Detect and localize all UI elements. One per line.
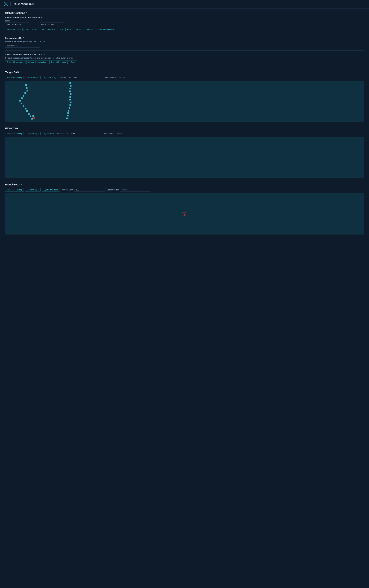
search-render-group: Search Render Clear and Resume ... xyxy=(74,28,121,31)
branch-dag-title: Branch DAG ^ xyxy=(5,183,364,186)
tangle-node xyxy=(70,102,72,103)
utxo-dag-title: UTXO DAG ^ xyxy=(5,127,364,130)
utxo-dag-section: UTXO DAG ^ Pause Rendering Center Graph … xyxy=(5,127,364,178)
global-functions-section: Global Functions ^ Search Vertex Within … xyxy=(5,12,364,64)
utxo-vertices-label: Vertices Limit xyxy=(57,133,68,135)
tangle-node xyxy=(67,115,69,116)
utxo-search-vertex-input[interactable] xyxy=(116,132,147,135)
utxo-dag-caret[interactable]: ^ xyxy=(19,127,20,129)
to-plus30-button[interactable]: +30s xyxy=(65,28,72,31)
branch-vertices-label: Vertices Limit xyxy=(62,189,73,191)
search-render-btn-row: Search Render Clear and Resume ... xyxy=(74,28,121,31)
tangle-node xyxy=(20,103,22,104)
tangle-vertices-input[interactable] xyxy=(72,76,103,79)
utxo-pause-rendering-button[interactable]: Pause Rendering xyxy=(5,132,24,135)
branch-dag-controls: Pause Rendering Center Graph Sync with b… xyxy=(5,188,364,191)
tangle-node xyxy=(25,108,27,110)
tangle-sync-msg-button[interactable]: Sync with msg xyxy=(42,76,58,79)
tangle-dag-caret[interactable]: ^ xyxy=(20,71,21,73)
to-btn-row: Set current time -30s +30s xyxy=(40,28,72,31)
branch-search-vertex-label: Search Vertex xyxy=(107,189,119,191)
tangle-vertices-label: Vertices Limit xyxy=(59,76,71,78)
tangle-node xyxy=(67,112,69,114)
utxo-sync-tx-button[interactable]: Sync with tx xyxy=(42,132,56,135)
from-label: From: xyxy=(5,20,38,22)
tangle-node xyxy=(69,99,71,101)
tangle-node xyxy=(27,90,28,92)
tangle-search-vertex-label: Search Vertex xyxy=(105,76,117,78)
tangle-node xyxy=(70,93,72,95)
utxo-center-graph-button[interactable]: Center Graph xyxy=(25,132,41,135)
tangle-node xyxy=(32,115,34,117)
explorer-url-desc: Default is the local explorer: http://lo… xyxy=(5,40,364,42)
clear-resume-button[interactable]: Clear and Resume xyxy=(96,28,116,31)
utxo-dag-canvas[interactable] xyxy=(5,137,364,178)
global-functions-title: Global Functions ^ xyxy=(5,12,364,14)
utxo-vertices-input[interactable] xyxy=(70,132,101,135)
page-title: DAGs Visualizer xyxy=(13,3,34,6)
tangle-node xyxy=(66,117,68,119)
app-logo xyxy=(3,2,8,7)
tangle-node xyxy=(70,88,71,89)
sync-branch-button[interactable]: Sync with branch xyxy=(49,60,68,64)
tangle-pause-rendering-button[interactable]: Pause Rendering xyxy=(5,76,24,79)
tangle-node xyxy=(69,90,71,92)
branch-search-vertex-input[interactable] xyxy=(120,188,151,191)
branch-dag-canvas[interactable]: master xyxy=(5,193,364,234)
search-button[interactable]: Search xyxy=(74,28,84,31)
tangle-node xyxy=(28,113,30,115)
explorer-url-section: Set explorer URL ^ Default is the local … xyxy=(5,37,364,48)
from-btn-row: Set current time -30s +30s xyxy=(5,28,38,31)
tangle-node xyxy=(31,118,33,120)
tangle-dag-title: Tangle DAG ^ xyxy=(5,71,364,74)
explorer-url-input[interactable] xyxy=(5,44,40,48)
svg-line-8 xyxy=(7,3,8,3)
clear-button[interactable]: Clear xyxy=(69,60,77,64)
tangle-node xyxy=(23,95,24,97)
tangle-node-red xyxy=(33,117,35,119)
from-input[interactable] xyxy=(5,22,30,26)
time-interval-group: From: Set current time -30s +30s To: Set… xyxy=(5,20,364,31)
tangle-node xyxy=(26,110,28,112)
select-center-caret[interactable]: ^ xyxy=(44,54,45,56)
branch-master-node xyxy=(184,214,185,216)
from-set-current-time-button[interactable]: Set current time xyxy=(5,28,22,31)
branch-dag-caret[interactable]: ^ xyxy=(20,184,22,186)
select-center-desc: Select a message/transaction/branch and … xyxy=(5,57,364,59)
from-minus30-button[interactable]: -30s xyxy=(23,28,30,31)
tangle-node xyxy=(26,87,28,89)
tangle-node xyxy=(68,110,70,112)
explorer-url-caret[interactable]: ^ xyxy=(23,37,24,39)
global-functions-caret[interactable]: ^ xyxy=(26,12,27,14)
branch-sync-branch-button[interactable]: Sync with branch xyxy=(42,188,60,191)
select-center-btn-row: Sync with message Sync with transaction … xyxy=(5,60,364,64)
to-label: To: xyxy=(40,20,72,22)
utxo-search-vertex-label: Search Vertex xyxy=(102,133,114,135)
from-group: From: Set current time -30s +30s xyxy=(5,20,38,31)
from-plus30-button[interactable]: +30s xyxy=(31,28,38,31)
master-node-group: master xyxy=(182,212,187,216)
tangle-dag-canvas[interactable] xyxy=(5,81,364,122)
branch-center-graph-button[interactable]: Center Graph xyxy=(25,188,41,191)
sync-message-button[interactable]: Sync with message xyxy=(5,60,25,64)
branch-pause-rendering-button[interactable]: Pause Rendering xyxy=(5,188,24,191)
tangle-search-vertex-input[interactable] xyxy=(118,76,149,79)
render-button[interactable]: Render xyxy=(85,28,95,31)
svg-line-7 xyxy=(7,5,8,6)
svg-point-1 xyxy=(5,3,7,5)
tangle-center-graph-button[interactable]: Center Graph xyxy=(25,76,41,79)
sync-transaction-button[interactable]: Sync with transaction xyxy=(27,60,48,64)
to-input[interactable] xyxy=(40,22,64,26)
tangle-node xyxy=(70,96,71,98)
to-minus30-button[interactable]: -30s xyxy=(58,28,64,31)
svg-line-9 xyxy=(4,5,5,6)
search-vertex-time-title: Search Vertex Within Time Intervals ^ xyxy=(5,16,364,19)
utxo-dag-controls: Pause Rendering Center Graph Sync with t… xyxy=(5,132,364,135)
branch-vertices-input[interactable] xyxy=(74,188,105,191)
search-vertex-caret[interactable]: ^ xyxy=(41,17,42,19)
more-options-button[interactable]: ... xyxy=(117,28,121,31)
explorer-url-title: Set explorer URL ^ xyxy=(5,37,364,39)
to-set-current-time-button[interactable]: Set current time xyxy=(40,28,57,31)
app-header: DAGs Visualizer xyxy=(0,0,369,9)
tangle-node xyxy=(25,84,27,86)
